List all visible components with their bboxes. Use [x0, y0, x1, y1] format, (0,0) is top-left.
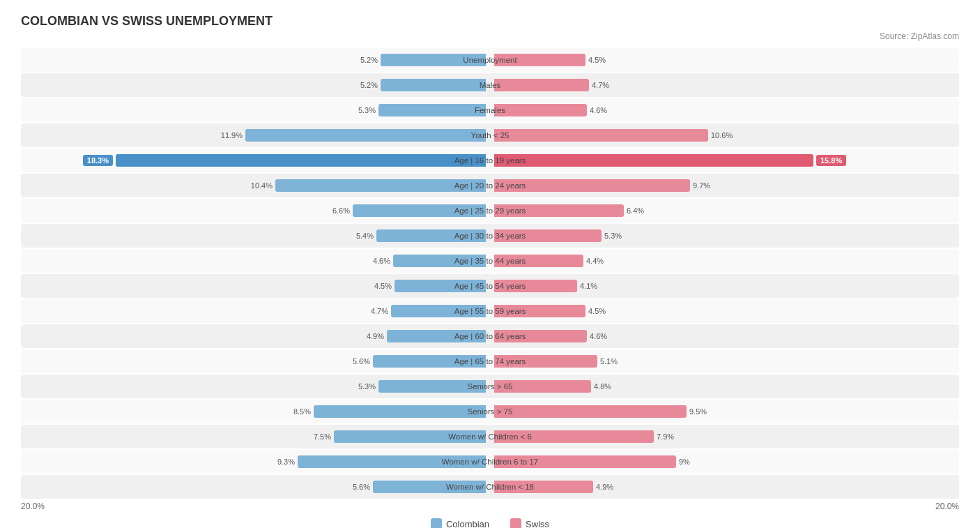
bar-row: 5.3% Females 4.6%: [21, 98, 959, 122]
col-value: 8.5%: [293, 407, 311, 416]
col-value: 5.3%: [358, 106, 376, 114]
swi-value: 4.1%: [580, 282, 597, 290]
bar-row: 9.3% Women w/ Children 6 to 17 9%: [21, 450, 959, 474]
bars-container: 5.2% Unemployment 4.5% 5.2% Males 4.7%: [21, 48, 959, 499]
swi-value: 5.3%: [604, 232, 622, 240]
bar-label: Age | 45 to 54 years: [454, 282, 526, 290]
legend-swiss: Swiss: [510, 518, 549, 528]
swi-value: 9%: [679, 458, 690, 466]
bar-swiss: [494, 154, 813, 167]
chart-title: COLOMBIAN VS SWISS UNEMPLOYMENT: [21, 14, 959, 29]
col-value: 18.3%: [83, 155, 113, 166]
bar-row: 7.5% Women w/ Children < 6 7.9%: [21, 425, 959, 448]
bar-colombian: [245, 129, 486, 142]
bar-label: Youth < 25: [471, 131, 510, 139]
swiss-legend-box: [510, 518, 521, 528]
bar-colombian: [116, 154, 486, 167]
bar-swiss: [494, 405, 687, 418]
col-value: 6.6%: [332, 206, 350, 215]
bar-row: 4.6% Age | 35 to 44 years 4.4%: [21, 249, 959, 273]
swi-value: 4.4%: [586, 257, 604, 265]
swi-value: 4.8%: [594, 382, 611, 391]
col-value: 11.9%: [221, 131, 243, 139]
swi-value: 5.1%: [600, 357, 618, 365]
swi-value: 4.9%: [596, 483, 613, 491]
bar-row: 8.5% Seniors > 75 9.5%: [21, 400, 959, 423]
bar-row: 5.4% Age | 30 to 34 years 5.3%: [21, 224, 959, 248]
bar-row: 10.4% Age | 20 to 24 years 9.7%: [21, 174, 959, 197]
bar-row: 5.6% Women w/ Children < 18 4.9%: [21, 475, 959, 499]
legend: Colombian Swiss: [21, 518, 959, 528]
bar-label: Age | 30 to 34 years: [454, 232, 526, 240]
bar-row: 5.2% Males 4.7%: [21, 73, 959, 97]
col-value: 5.6%: [353, 483, 370, 491]
swiss-legend-label: Swiss: [526, 519, 549, 529]
bar-label: Age | 60 to 64 years: [454, 332, 526, 340]
bar-colombian: [378, 104, 486, 116]
chart-container: 5.2% Unemployment 4.5% 5.2% Males 4.7%: [21, 48, 959, 511]
bar-label: Seniors > 65: [468, 382, 513, 391]
bar-row: 6.6% Age | 25 to 29 years 6.4%: [21, 199, 959, 222]
swi-value: 10.6%: [711, 131, 733, 139]
bar-label: Women w/ Children 6 to 17: [442, 458, 539, 466]
bar-row: 4.7% Age | 55 to 59 years 4.5%: [21, 299, 959, 323]
bar-label: Age | 35 to 44 years: [454, 257, 526, 265]
col-value: 5.4%: [356, 232, 374, 240]
bar-colombian: [314, 405, 486, 418]
col-value: 5.6%: [353, 357, 370, 365]
axis-left: 20.0%: [21, 501, 45, 511]
legend-colombian: Colombian: [431, 518, 489, 528]
colombian-legend-label: Colombian: [446, 519, 489, 529]
bar-swiss: [494, 104, 587, 116]
bar-label: Seniors > 75: [468, 407, 513, 416]
swi-value: 9.5%: [689, 407, 707, 416]
bar-label: Age | 16 to 19 years: [454, 156, 526, 165]
bar-row: 5.2% Unemployment 4.5%: [21, 48, 959, 72]
swi-value: 4.5%: [588, 307, 606, 315]
bar-swiss: [494, 129, 708, 142]
col-value: 4.6%: [373, 257, 390, 265]
bar-label: Males: [480, 81, 501, 89]
axis-right: 20.0%: [935, 501, 959, 511]
bar-row: 11.9% Youth < 25 10.6%: [21, 123, 959, 147]
bar-label: Women w/ Children < 6: [448, 432, 532, 441]
col-value: 9.3%: [277, 458, 295, 466]
bar-row: 18.3% Age | 16 to 19 years 15.8%: [21, 149, 959, 172]
col-value: 5.2%: [360, 81, 378, 89]
swi-value: 9.7%: [693, 181, 710, 190]
bar-label: Females: [475, 106, 505, 114]
bar-label: Age | 55 to 59 years: [454, 307, 526, 315]
bar-colombian: [381, 79, 486, 91]
bar-label: Age | 65 to 74 years: [454, 357, 526, 365]
col-value: 5.3%: [358, 382, 376, 391]
bar-label: Women w/ Children < 18: [446, 483, 534, 491]
swi-value: 4.5%: [588, 56, 606, 64]
swi-value: 4.6%: [590, 106, 607, 114]
bar-label: Age | 25 to 29 years: [454, 206, 526, 215]
swi-value: 4.6%: [590, 332, 607, 340]
bar-row: 4.9% Age | 60 to 64 years 4.6%: [21, 324, 959, 348]
bar-label: Age | 20 to 24 years: [454, 181, 526, 190]
col-value: 10.4%: [251, 181, 273, 190]
bar-row: 5.3% Seniors > 65 4.8%: [21, 375, 959, 398]
bar-row: 5.6% Age | 65 to 74 years 5.1%: [21, 349, 959, 373]
bar-label: Unemployment: [463, 56, 516, 64]
col-value: 7.5%: [314, 432, 331, 441]
swi-value: 7.9%: [657, 432, 674, 441]
source-label: Source: ZipAtlas.com: [21, 31, 959, 41]
bar-row: 4.5% Age | 45 to 54 years 4.1%: [21, 274, 959, 298]
swi-value: 4.7%: [592, 81, 609, 89]
swi-value: 6.4%: [627, 206, 644, 215]
col-value: 4.9%: [367, 332, 384, 340]
axis-labels: 20.0% 20.0%: [21, 501, 959, 511]
col-value: 5.2%: [360, 56, 378, 64]
col-value: 4.5%: [374, 282, 392, 290]
colombian-legend-box: [431, 518, 442, 528]
bar-swiss: [494, 79, 589, 91]
swi-value: 15.8%: [816, 155, 846, 166]
col-value: 4.7%: [371, 307, 388, 315]
